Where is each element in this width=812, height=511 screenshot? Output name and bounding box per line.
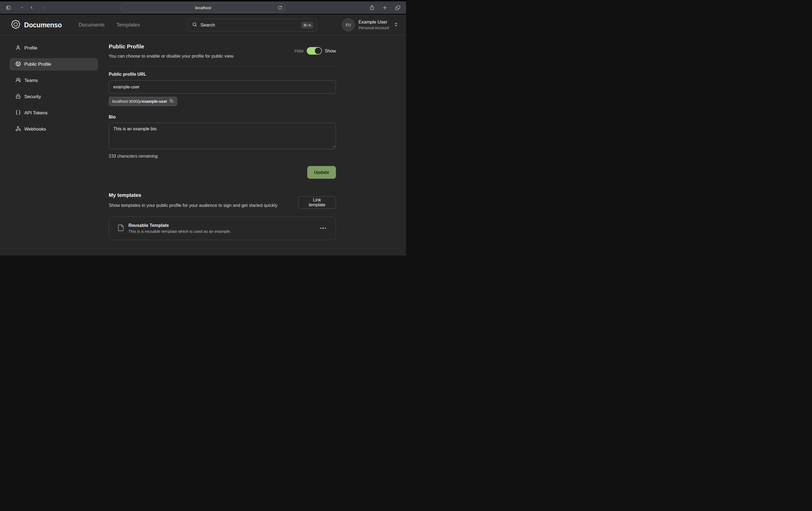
- sidebar-item-security[interactable]: Security: [9, 91, 98, 103]
- tab-overview-icon[interactable]: [395, 4, 401, 11]
- visibility-toggle-group: Hide Show: [295, 47, 336, 55]
- chevrons-up-down-icon: [394, 22, 399, 28]
- public-profile-settings: Public Profile You can choose to enable …: [109, 35, 336, 256]
- link-template-button[interactable]: Link template: [298, 196, 336, 209]
- sidebar-toggle-icon[interactable]: [5, 5, 12, 11]
- template-description: This is a reusable template which is use…: [128, 229, 231, 234]
- documenso-logo-icon: [11, 20, 21, 30]
- address-bar[interactable]: localhost: [121, 3, 285, 12]
- browser-toolbar: localhost: [0, 1, 406, 14]
- braces-icon: [16, 110, 21, 117]
- screen: localhost: [0, 0, 406, 256]
- public-profile-url-input[interactable]: [109, 80, 336, 94]
- sidebar-item-label: Profile: [24, 46, 37, 51]
- resize-grip[interactable]: [332, 144, 335, 149]
- template-options-icon[interactable]: [319, 226, 328, 231]
- reload-icon[interactable]: [278, 5, 282, 10]
- template-name: Reusable Template: [128, 223, 231, 228]
- page-description: You can choose to enable or disable your…: [109, 53, 234, 59]
- new-tab-icon[interactable]: [382, 5, 388, 11]
- main-nav: Documents Templates: [79, 22, 140, 28]
- sidebar-item-teams[interactable]: Teams: [9, 74, 98, 87]
- avatar: EU: [342, 19, 355, 31]
- sidebar-item-label: Webhooks: [24, 126, 46, 132]
- update-button[interactable]: Update: [307, 166, 336, 179]
- nav-documents[interactable]: Documents: [79, 22, 105, 28]
- sidebar-item-profile[interactable]: Profile: [9, 42, 98, 54]
- account-menu[interactable]: EU Example User Personal Account: [342, 14, 399, 35]
- show-label: Show: [325, 49, 336, 54]
- url-field-label: Public profile URL: [109, 72, 336, 77]
- share-icon[interactable]: [369, 4, 375, 11]
- brand-name: Documenso: [24, 21, 62, 29]
- search-icon: [192, 22, 197, 28]
- sidebar-chevron-down-icon[interactable]: [20, 5, 24, 10]
- my-templates-description: Show templates in your public profile fo…: [109, 202, 298, 209]
- search-shortcut-badge: ⌘+K: [301, 22, 314, 29]
- sidebar-item-webhooks[interactable]: Webhooks: [9, 123, 98, 136]
- sidebar-item-public-profile[interactable]: Public Profile: [9, 58, 98, 70]
- profile-url-text: localhost:3000/p/example-user: [112, 99, 167, 103]
- sidebar-item-api-tokens[interactable]: API Tokens: [9, 107, 98, 119]
- sidebar-item-label: Public Profile: [24, 62, 51, 67]
- dot: [322, 228, 324, 229]
- webhook-icon: [16, 126, 21, 133]
- forward-icon[interactable]: [41, 4, 47, 11]
- bio-characters-remaining: 233 characters remaining: [109, 154, 336, 159]
- visibility-toggle[interactable]: [307, 47, 322, 55]
- file-icon: [117, 223, 124, 233]
- user-icon: [16, 45, 21, 52]
- users-icon: [16, 77, 21, 84]
- toggle-knob: [315, 48, 321, 54]
- lock-icon: [16, 94, 21, 100]
- search-input[interactable]: [200, 23, 297, 28]
- address-bar-url: localhost: [195, 5, 211, 10]
- back-icon[interactable]: [29, 4, 34, 11]
- globe-icon: [16, 61, 21, 68]
- search-bar[interactable]: ⌘+K: [187, 19, 317, 31]
- settings-sidebar: Profile Public Profile Teams: [0, 35, 109, 256]
- page-title: Public Profile: [109, 43, 234, 50]
- copy-icon: [170, 99, 174, 104]
- bio-field-label: Bio: [109, 115, 336, 120]
- account-type: Personal Account: [358, 25, 389, 31]
- dot: [320, 228, 322, 229]
- account-name: Example User: [358, 19, 389, 25]
- sidebar-item-label: API Tokens: [24, 110, 48, 116]
- app-header: Documenso Documents Templates ⌘+K EU Exa…: [0, 14, 406, 35]
- bio-textarea[interactable]: This is an example bio.: [109, 123, 336, 149]
- brand[interactable]: Documenso: [11, 20, 62, 30]
- nav-templates[interactable]: Templates: [117, 22, 140, 28]
- dot: [325, 228, 326, 229]
- sidebar-item-label: Security: [24, 94, 41, 99]
- hide-label: Hide: [295, 49, 304, 54]
- sidebar-item-label: Teams: [24, 78, 38, 83]
- profile-url-copy-chip[interactable]: localhost:3000/p/example-user: [109, 97, 177, 106]
- my-templates-title: My templates: [109, 192, 298, 198]
- template-row[interactable]: Reusable Template This is a reusable tem…: [109, 216, 336, 240]
